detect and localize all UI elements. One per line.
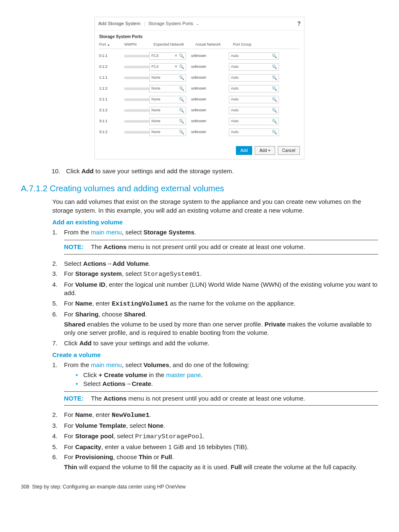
note-box: NOTE: The Actions menu is not present un… xyxy=(64,240,378,254)
search-icon[interactable]: 🔍 xyxy=(272,53,277,59)
section-heading: A.7.1.2 Creating volumes and adding exte… xyxy=(21,183,378,194)
table-row: 3:1:2None🔍unknownAuto🔍 xyxy=(99,127,300,138)
cell-port: 0:1:1 xyxy=(99,53,124,58)
step-text: For Name, enter ExistingVolume1 as the n… xyxy=(64,299,378,308)
clear-icon[interactable]: ✕ xyxy=(174,53,178,58)
steps-add-existing: 1. From the main menu, select Storage Sy… xyxy=(52,228,378,347)
table-row: 0:1:1FC3✕🔍unknownAuto🔍 xyxy=(99,51,300,62)
search-icon[interactable]: 🔍 xyxy=(272,129,277,135)
col-expected[interactable]: Expected Network xyxy=(153,42,195,47)
footer-text: Step by step: Configuring an example dat… xyxy=(32,484,186,490)
expected-network-input[interactable]: None🔍 xyxy=(149,74,186,82)
col-port[interactable]: Port ▲ xyxy=(99,42,124,47)
cell-port: 3:1:1 xyxy=(99,118,124,123)
cell-wwpn-placeholder xyxy=(124,109,149,112)
cell-port: 3:1:2 xyxy=(99,129,124,134)
help-icon[interactable]: ? xyxy=(297,20,301,28)
page-footer: 308 Step by step: Configuring an example… xyxy=(21,483,378,490)
expected-network-input[interactable]: None🔍 xyxy=(149,118,186,125)
cell-expected: None🔍 xyxy=(149,107,191,114)
search-icon[interactable]: 🔍 xyxy=(272,86,277,92)
cell-actual: unknown xyxy=(191,53,229,58)
step-text: For Name, enter NewVolume1. xyxy=(64,411,378,420)
cell-wwpn-placeholder xyxy=(124,55,149,57)
clear-icon[interactable]: ✕ xyxy=(174,64,178,69)
master-pane-link[interactable]: master pane xyxy=(166,371,201,378)
search-icon[interactable]: 🔍 xyxy=(179,86,184,92)
section-header: Storage System Ports xyxy=(95,31,304,42)
port-group-input[interactable]: Auto🔍 xyxy=(229,129,279,136)
bullet-item: Click + Create volume in the master pane… xyxy=(76,371,378,379)
search-icon[interactable]: 🔍 xyxy=(179,75,184,81)
search-icon[interactable]: 🔍 xyxy=(272,97,277,103)
expected-network-input[interactable]: None🔍 xyxy=(149,107,186,114)
cell-expected: None🔍 xyxy=(149,118,191,125)
col-portgroup[interactable]: Port Group xyxy=(233,42,300,47)
search-icon[interactable]: 🔍 xyxy=(179,97,184,103)
cell-portgroup: Auto🔍 xyxy=(229,52,300,60)
add-plus-button[interactable]: Add + xyxy=(255,146,275,155)
port-group-input[interactable]: Auto🔍 xyxy=(229,107,279,114)
search-icon[interactable]: 🔍 xyxy=(272,118,277,124)
step-text: For Volume Template, select None. xyxy=(64,421,378,430)
main-menu-link[interactable]: main menu xyxy=(91,229,122,236)
port-group-input[interactable]: Auto🔍 xyxy=(229,118,279,125)
expected-network-input[interactable]: FC3✕🔍 xyxy=(149,52,186,60)
main-menu-link[interactable]: main menu xyxy=(91,361,122,368)
cell-actual: unknown xyxy=(191,97,229,102)
port-group-input[interactable]: Auto🔍 xyxy=(229,74,279,82)
table-row: 3:1:1None🔍unknownAuto🔍 xyxy=(99,116,300,127)
cell-portgroup: Auto🔍 xyxy=(229,74,300,82)
expected-network-input[interactable]: None🔍 xyxy=(149,85,186,93)
cell-actual: unknown xyxy=(191,86,229,91)
cell-portgroup: Auto🔍 xyxy=(229,85,300,93)
step-text: For Provisioning, choose Thin or Full. T… xyxy=(64,453,378,472)
cell-actual: unknown xyxy=(191,75,229,80)
step-text: For Storage pool, select PrimaryStorageP… xyxy=(64,432,378,441)
table-row: 0:1:2FC4✕🔍unknownAuto🔍 xyxy=(99,62,300,72)
step-number: 10. xyxy=(50,167,60,175)
col-wwpn[interactable]: WWPN xyxy=(124,42,153,47)
cell-wwpn-placeholder xyxy=(124,87,149,90)
cell-port: 0:1:2 xyxy=(99,64,124,69)
cell-portgroup: Auto🔍 xyxy=(229,118,300,125)
step-text: From the main menu, select Volumes, and … xyxy=(64,361,378,409)
view-dropdown[interactable]: Storage System Ports ⌄ xyxy=(148,21,200,27)
step-text: Click Add to save your settings and add … xyxy=(64,339,378,347)
cell-expected: None🔍 xyxy=(149,96,191,103)
port-group-input[interactable]: Auto🔍 xyxy=(229,63,279,71)
table-row: 1:1:2None🔍unknownAuto🔍 xyxy=(99,83,300,94)
page-number: 308 xyxy=(21,484,29,490)
search-icon[interactable]: 🔍 xyxy=(272,108,277,113)
dialog-footer: Add Add + Cancel xyxy=(95,143,304,159)
search-icon[interactable]: 🔍 xyxy=(272,64,277,70)
search-icon[interactable]: 🔍 xyxy=(179,64,184,70)
port-group-input[interactable]: Auto🔍 xyxy=(229,52,279,60)
expected-network-input[interactable]: FC4✕🔍 xyxy=(149,63,186,71)
cell-port: 1:1:2 xyxy=(99,86,124,91)
cancel-button[interactable]: Cancel xyxy=(278,146,300,155)
search-icon[interactable]: 🔍 xyxy=(179,108,184,113)
cell-expected: FC4✕🔍 xyxy=(149,63,191,71)
dialog-screenshot: Add Storage System | Storage System Port… xyxy=(95,17,304,159)
step-text: Click Add to save your settings and add … xyxy=(66,167,234,175)
table-header: Port ▲ WWPN Expected Network Actual Netw… xyxy=(99,42,300,49)
step-text: For Storage system, select StorageSystem… xyxy=(64,270,378,279)
search-icon[interactable]: 🔍 xyxy=(272,75,277,81)
note-label: NOTE: xyxy=(64,395,84,402)
dialog-title: Add Storage System xyxy=(98,21,141,27)
step-10: 10. Click Add to save your settings and … xyxy=(50,167,378,175)
port-group-input[interactable]: Auto🔍 xyxy=(229,85,279,93)
cell-actual: unknown xyxy=(191,108,229,113)
search-icon[interactable]: 🔍 xyxy=(179,129,184,135)
add-button[interactable]: Add xyxy=(236,146,253,155)
expected-network-input[interactable]: None🔍 xyxy=(149,96,186,103)
step-text: From the main menu, select Storage Syste… xyxy=(64,228,378,258)
search-icon[interactable]: 🔍 xyxy=(179,53,184,59)
subheading-add-existing: Add an existing volume xyxy=(52,218,378,226)
port-group-input[interactable]: Auto🔍 xyxy=(229,96,279,103)
expected-network-input[interactable]: None🔍 xyxy=(149,129,186,136)
cell-wwpn-placeholder xyxy=(124,131,149,134)
search-icon[interactable]: 🔍 xyxy=(179,118,184,124)
col-actual[interactable]: Actual Network xyxy=(195,42,233,47)
